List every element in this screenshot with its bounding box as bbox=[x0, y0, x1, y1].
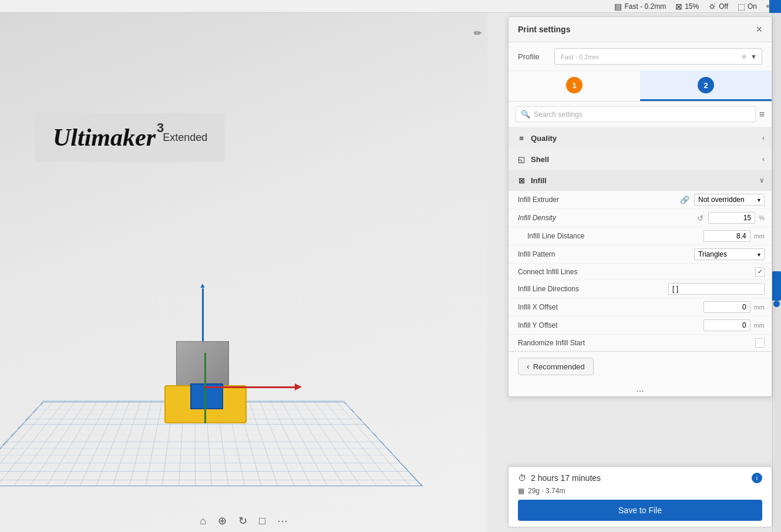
row-connect-infill-lines: Connect Infill Lines ✓ bbox=[509, 264, 772, 280]
clock-icon: ⏱ bbox=[518, 473, 526, 483]
search-row: 🔍 Search settings ≡ bbox=[509, 102, 772, 127]
infill-line-distance-label: Infill Line Distance bbox=[518, 232, 703, 240]
section-shell[interactable]: ◱ Shell ‹ bbox=[509, 149, 772, 170]
profile-select[interactable]: Fast · 0.2mm ★ ▾ bbox=[554, 48, 762, 65]
row-infill-extruder: Infill Extruder 🔗 Not overridden ▾ bbox=[509, 191, 772, 209]
panel-dots: ... bbox=[509, 381, 772, 396]
infill-extruder-select[interactable]: Not overridden ▾ bbox=[694, 194, 765, 206]
row-randomize-infill-start: Randomize Infill Start bbox=[509, 335, 772, 351]
green-axis-line bbox=[204, 353, 206, 423]
infill-arrow: ∨ bbox=[759, 176, 765, 184]
time-label: 2 hours 17 minutes bbox=[531, 473, 601, 483]
section-quality-left: ≡ Quality bbox=[516, 132, 557, 144]
section-infill[interactable]: ⊠ Infill ∨ bbox=[509, 170, 772, 191]
viewport-edit-icon[interactable]: ✏ bbox=[474, 28, 482, 39]
save-to-file-button[interactable]: Save to File bbox=[518, 500, 762, 521]
connect-infill-control: ✓ bbox=[755, 267, 765, 277]
zoom-icon[interactable]: ⊕ bbox=[218, 514, 227, 527]
infill-density-label: Infill Density bbox=[518, 214, 697, 222]
randomize-infill-checkbox[interactable] bbox=[755, 338, 765, 348]
toolbar-infill-label: 15% bbox=[685, 2, 699, 11]
row-infill-pattern: Infill Pattern Triangles ▾ bbox=[509, 245, 772, 264]
chevron-left-icon: ‹ bbox=[527, 362, 530, 371]
viewport: Ultimaker3Extended ✏ ⌂ ⊕ ↻ □ ⋯ bbox=[0, 13, 487, 532]
chevron-down-icon[interactable]: ▾ bbox=[752, 52, 756, 61]
tab-extruder-2[interactable]: 2 bbox=[640, 71, 772, 101]
rotate-icon[interactable]: ↻ bbox=[238, 514, 247, 527]
infill-line-dir-label: Infill Line Directions bbox=[518, 285, 668, 293]
bottom-status-bar: ⏱ 2 hours 17 minutes i ▦ 29g · 3.74m Sav… bbox=[508, 466, 772, 527]
search-icon: 🔍 bbox=[521, 110, 530, 119]
search-input[interactable]: 🔍 Search settings bbox=[516, 106, 756, 122]
machine-sub: Extended bbox=[163, 132, 207, 143]
row-infill-y-offset: Infill Y Offset mm bbox=[509, 316, 772, 335]
infill-line-dir-input[interactable] bbox=[668, 283, 765, 295]
settings-body: ≡ Quality ‹ ◱ Shell ‹ ⊠ Infill ∨ Infill … bbox=[509, 127, 772, 351]
settings-tabs: 1 2 bbox=[509, 71, 772, 102]
toolbar-support[interactable]: ⛭ Off bbox=[708, 2, 728, 11]
infill-x-offset-unit: mm bbox=[754, 304, 765, 311]
infill-extruder-control: 🔗 Not overridden ▾ bbox=[680, 194, 765, 206]
infill-density-control: ↺ % bbox=[697, 212, 765, 224]
red-axis-arrow bbox=[204, 386, 298, 388]
infill-extruder-value: Not overridden bbox=[698, 196, 745, 204]
tab-badge-1: 1 bbox=[566, 77, 583, 93]
infill-y-offset-input[interactable] bbox=[703, 319, 750, 331]
star-icon[interactable]: ★ bbox=[740, 52, 748, 61]
toolbar-adhesion-label: On bbox=[748, 2, 757, 11]
link-icon[interactable]: 🔗 bbox=[680, 196, 689, 204]
info-button[interactable]: i bbox=[752, 473, 762, 483]
infill-line-distance-control: mm bbox=[703, 230, 765, 242]
section-quality[interactable]: ≡ Quality ‹ bbox=[509, 127, 772, 149]
shell-arrow: ‹ bbox=[762, 155, 765, 163]
connect-infill-label: Connect Infill Lines bbox=[518, 268, 755, 276]
material-row: ▦ 29g · 3.74m bbox=[518, 487, 762, 495]
connect-infill-checkbox[interactable]: ✓ bbox=[755, 267, 765, 277]
infill-pattern-value: Triangles bbox=[698, 250, 727, 258]
menu-icon[interactable]: ≡ bbox=[759, 109, 765, 120]
toolbar-adhesion[interactable]: ⬚ On bbox=[738, 2, 757, 11]
toolbar-profile-label: Fast - 0.2mm bbox=[624, 2, 666, 11]
print-settings-panel: Print settings × Profile Fast · 0.2mm ★ … bbox=[508, 16, 772, 397]
infill-section-icon: ⊠ bbox=[516, 174, 527, 186]
recommended-button[interactable]: ‹ Recommended bbox=[518, 358, 594, 375]
print-settings-header: Print settings × bbox=[509, 17, 772, 42]
top-right-accent bbox=[769, 0, 781, 13]
print-settings-title: Print settings bbox=[518, 25, 570, 34]
infill-line-distance-input[interactable] bbox=[703, 230, 750, 242]
infill-icon: ⊠ bbox=[675, 2, 682, 11]
tab-badge-2: 2 bbox=[698, 77, 714, 93]
home-icon[interactable]: ⌂ bbox=[200, 515, 206, 527]
recommended-label: Recommended bbox=[533, 362, 585, 371]
view-icon[interactable]: □ bbox=[259, 515, 265, 527]
material-label: 29g · 3.74m bbox=[528, 487, 565, 495]
toolbar-infill[interactable]: ⊠ 15% bbox=[675, 2, 699, 11]
quality-label: Quality bbox=[531, 134, 557, 143]
quality-arrow: ‹ bbox=[762, 134, 765, 142]
reset-icon[interactable]: ↺ bbox=[697, 214, 703, 223]
support-icon: ⛭ bbox=[708, 2, 716, 11]
infill-density-unit: % bbox=[759, 214, 765, 221]
quality-icon: ≡ bbox=[516, 132, 527, 144]
side-scrollbar[interactable]: 39 bbox=[772, 13, 781, 532]
close-button[interactable]: × bbox=[756, 24, 762, 35]
row-infill-line-distance: Infill Line Distance mm bbox=[509, 227, 772, 245]
toolbar-profile[interactable]: ▤ Fast - 0.2mm bbox=[614, 2, 666, 11]
infill-y-offset-label: Infill Y Offset bbox=[518, 321, 703, 329]
infill-extruder-label: Infill Extruder bbox=[518, 196, 680, 204]
infill-x-offset-input[interactable] bbox=[703, 301, 750, 313]
adhesion-icon: ⬚ bbox=[738, 2, 745, 11]
row-infill-x-offset: Infill X Offset mm bbox=[509, 298, 772, 316]
time-row: ⏱ 2 hours 17 minutes i bbox=[518, 473, 762, 483]
more-icon[interactable]: ⋯ bbox=[277, 514, 288, 527]
profile-value: Fast · 0.2mm bbox=[561, 52, 599, 61]
infill-density-input[interactable] bbox=[708, 212, 755, 224]
shell-label: Shell bbox=[531, 155, 549, 164]
infill-pattern-select[interactable]: Triangles ▾ bbox=[694, 248, 765, 260]
tab-extruder-1[interactable]: 1 bbox=[509, 71, 640, 101]
infill-y-offset-unit: mm bbox=[754, 322, 765, 329]
material-icon: ▦ bbox=[518, 487, 524, 495]
recommended-bar: ‹ Recommended bbox=[509, 351, 772, 381]
shell-icon: ◱ bbox=[516, 153, 527, 165]
row-infill-line-directions: Infill Line Directions bbox=[509, 280, 772, 298]
